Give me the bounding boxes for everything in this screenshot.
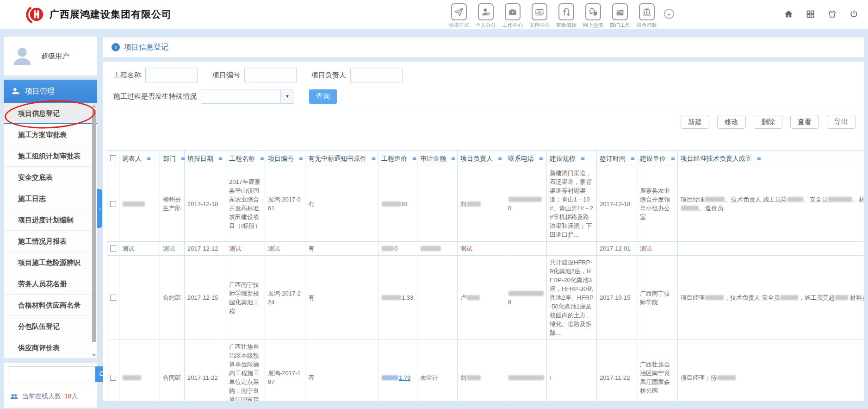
home-icon[interactable]: [784, 9, 794, 21]
column-menu-icon[interactable]: ≡: [498, 154, 502, 162]
apps-grid-icon[interactable]: [806, 9, 815, 21]
row-checkbox[interactable]: [110, 245, 116, 252]
cell-text: 项目经理: [681, 196, 705, 203]
cell-r0-c12: 鹿寨县农业综合开发领导小组办公室: [637, 166, 678, 242]
cell-text: 广西南宁技师学院: [640, 290, 670, 306]
column-menu-icon[interactable]: ≡: [372, 154, 376, 162]
cell-r2-c13: 项目经理，技术负责人 安全员，施工员莫超 材料员: [678, 256, 864, 340]
page-title: 项目信息登记: [124, 43, 168, 52]
column-menu-icon[interactable]: ≡: [147, 154, 151, 162]
sidebar-item-5[interactable]: 项目进度计划编制: [4, 209, 97, 231]
special-situation-select[interactable]: [201, 89, 280, 104]
sidebar-item-9[interactable]: 合格材料供应商名录: [4, 295, 97, 316]
filter-label-0: 工程名称: [113, 71, 141, 80]
sidebar-search-input[interactable]: [8, 366, 95, 382]
cell-text: 新建洞门渠道，石泛渠道，寨背渠道等衬砌渠道；青山1－10#、青山弄1#－2#等机…: [550, 170, 593, 238]
export-button[interactable]: 导出: [827, 115, 856, 129]
delete-button[interactable]: 删除: [754, 115, 782, 129]
sidebar-item-8[interactable]: 劳务人员花名册: [4, 273, 97, 295]
nav-item-department-building[interactable]: 部门工作: [607, 3, 633, 29]
filter-input-2[interactable]: [350, 68, 403, 82]
column-header-10[interactable]: 建设规模≡: [547, 151, 597, 166]
column-menu-icon[interactable]: ≡: [218, 154, 223, 162]
cell-r3-c9: [505, 340, 547, 402]
cell-r0-c9: 0: [505, 166, 547, 242]
column-menu-icon[interactable]: ≡: [539, 154, 543, 162]
nav-item-doc-tray[interactable]: 文档中心: [526, 3, 553, 29]
column-menu-icon[interactable]: ≡: [671, 154, 675, 162]
sidebar-item-11[interactable]: 供应商评价表: [4, 337, 97, 359]
column-label: 建设单位: [640, 155, 666, 162]
column-header-8[interactable]: 项目负责人≡: [458, 151, 505, 166]
column-header-2[interactable]: 填报日期≡: [185, 151, 226, 166]
sidebar-collapse-handle[interactable]: ‹: [97, 189, 102, 228]
column-header-0[interactable]: 调表人≡: [119, 151, 160, 166]
sidebar-item-7[interactable]: 项目施工危险源辨识: [4, 252, 97, 273]
filter-input-0[interactable]: [145, 68, 198, 82]
cell-r3-c1: 合同部: [160, 340, 185, 402]
nav-item-briefcase[interactable]: 工作中心: [499, 3, 526, 29]
column-menu-icon[interactable]: ≡: [299, 154, 303, 162]
power-icon[interactable]: [849, 9, 859, 21]
row-checkbox[interactable]: [110, 201, 116, 207]
cell-link[interactable]: 1.79: [399, 374, 410, 381]
column-header-5[interactable]: 有无中标通知书原件≡: [305, 151, 378, 166]
view-button[interactable]: 查看: [790, 115, 819, 129]
cell-r3-c3: 广西壮族自治区本级预算单位限额内工程施工单位定点采购：南宁良凤江国家森林: [226, 340, 265, 402]
user-card[interactable]: 超级用户: [4, 36, 97, 76]
add-shortcut-icon[interactable]: +: [664, 9, 674, 19]
cell-text: 卢: [460, 294, 466, 301]
column-header-3[interactable]: 工程名称≡: [226, 151, 265, 166]
nav-item-chat-bubbles[interactable]: 网上交流: [580, 3, 607, 29]
sidebar-item-2[interactable]: 施工组织计划审批表: [4, 145, 97, 167]
column-header-13[interactable]: 项目经理技术负责人或五≡: [678, 151, 864, 166]
row-checkbox[interactable]: [110, 295, 116, 301]
nav-item-person-star[interactable]: 个人办公: [472, 3, 499, 29]
sidebar-item-4[interactable]: 施工日志: [4, 188, 97, 209]
column-menu-icon[interactable]: ≡: [260, 154, 264, 162]
filter-input-1[interactable]: [244, 68, 297, 82]
column-header-9[interactable]: 联系电话≡: [505, 151, 547, 166]
sidebar-item-0[interactable]: 项目信息登记: [4, 103, 97, 124]
cell-text: ，施工员莫超: [799, 294, 835, 301]
sidebar-group-project-management[interactable]: 项目管理: [4, 80, 97, 103]
column-label: 项目经理技术负责人或五: [681, 155, 752, 162]
sidebar-item-1[interactable]: 施工方案审批表: [4, 124, 97, 145]
column-menu-icon[interactable]: ≡: [181, 154, 185, 162]
column-header-7[interactable]: 审计金额≡: [417, 151, 458, 166]
column-header-12[interactable]: 建设单位≡: [637, 151, 678, 166]
cell-r2-c12: 广西南宁技师学院: [637, 256, 678, 340]
column-header-6[interactable]: 工程造价≡: [378, 151, 417, 166]
sidebar-item-6[interactable]: 施工情况月报表: [4, 231, 97, 252]
collapse-left-icon: ‹: [99, 206, 101, 211]
scroll-down-icon[interactable]: [92, 354, 96, 357]
nav-item-bank[interactable]: 综合行政: [633, 3, 660, 29]
theme-shirt-icon[interactable]: [827, 9, 837, 21]
select-caret-button[interactable]: ▼: [280, 89, 294, 104]
redacted-text: [467, 375, 481, 380]
column-menu-icon[interactable]: ≡: [412, 154, 416, 162]
column-menu-icon[interactable]: ≡: [757, 154, 761, 162]
doc-tray-icon: [532, 3, 547, 20]
cell-r3-c4: 展鸿-2017-197: [265, 340, 305, 402]
nav-item-paper-plane[interactable]: 快捷方式: [446, 3, 472, 29]
scroll-up-icon[interactable]: [92, 105, 96, 107]
column-header-1[interactable]: 部门≡: [160, 151, 185, 166]
column-header-4[interactable]: 项目编号≡: [265, 151, 305, 166]
column-menu-icon[interactable]: ≡: [631, 154, 635, 162]
column-header-11[interactable]: 签订时间≡: [597, 151, 637, 166]
cell-r2-c7: [417, 256, 458, 340]
sidebar-item-3[interactable]: 安全交底表: [4, 167, 97, 188]
sidebar-item-10[interactable]: 分包队伍登记: [4, 316, 97, 337]
query-button[interactable]: 查询: [309, 89, 337, 104]
modify-button[interactable]: 修改: [717, 115, 746, 129]
column-menu-icon[interactable]: ≡: [581, 154, 585, 162]
new-button[interactable]: 新建: [681, 115, 709, 129]
menu-scrollbar[interactable]: [92, 110, 96, 342]
nav-item-flow-arrows[interactable]: 审批流转: [553, 3, 580, 29]
column-menu-icon[interactable]: ≡: [451, 154, 455, 162]
row-checkbox[interactable]: [110, 375, 116, 381]
select-all-checkbox[interactable]: [110, 155, 116, 161]
cell-r2-c6: 1.33: [378, 256, 417, 340]
redacted-text: [787, 197, 803, 202]
